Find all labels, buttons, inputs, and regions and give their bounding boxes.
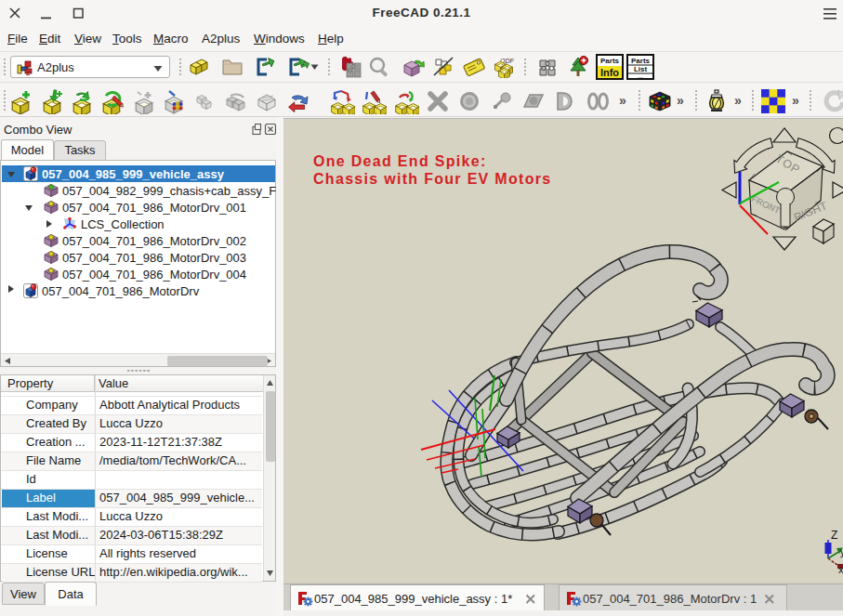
svg-text:One Dead End Spike:: One Dead End Spike: [313, 153, 487, 169]
svg-text:Info: Info [600, 67, 619, 78]
svg-text:...: ... [638, 72, 643, 79]
svg-text:2: 2 [26, 69, 31, 76]
svg-text:Chassis with Four EV Motors: Chassis with Four EV Motors [313, 171, 551, 187]
svg-text:Parts: Parts [600, 57, 620, 65]
svg-text:x: x [838, 564, 843, 575]
svg-text:Parts: Parts [631, 57, 651, 65]
svg-text:Z: Z [831, 529, 837, 542]
